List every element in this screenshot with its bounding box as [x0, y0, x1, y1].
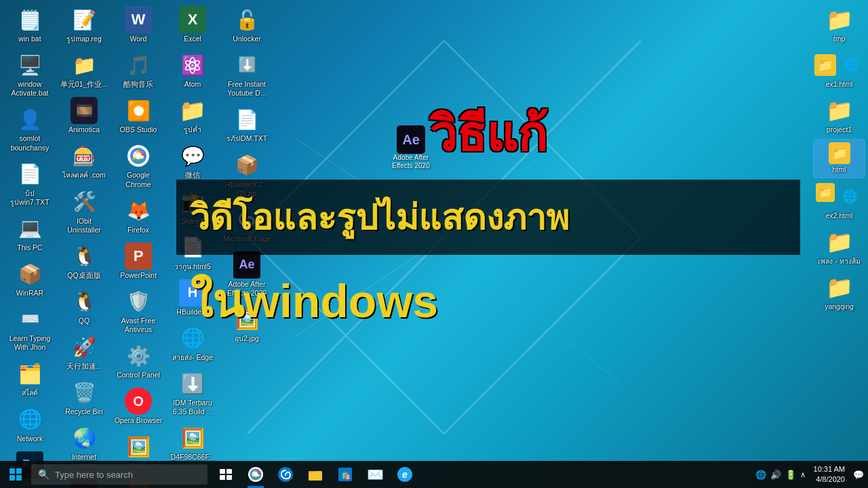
icon-excel[interactable]: X Excel: [167, 3, 218, 46]
icon-obs[interactable]: ⏺️ OBS Studio: [113, 94, 164, 137]
overlay-thai-text: วิดีโอและรูปไม่แสดงภาพ: [190, 189, 787, 245]
overlay-windows-text: ในwindows: [176, 260, 800, 342]
icon-html[interactable]: 📁 html: [814, 140, 865, 177]
taskbar-store[interactable]: 🛍️: [330, 461, 360, 488]
overlay-thai-box: วิดีโอและรูปไม่แสดงภาพ: [176, 180, 800, 255]
icon-animotica[interactable]: 🎞️ Animotica: [59, 94, 110, 137]
svg-rect-21: [226, 475, 232, 480]
overlay-container: วิธีแก้ วิดีโอและรูปไม่แสดงภาพ ในwindows: [176, 95, 800, 342]
taskbar-apps: 🛍️ ✉️ e: [211, 461, 751, 488]
taskbar-clock[interactable]: 10:31 AM 4/8/2020: [810, 464, 849, 485]
icon-free-instant[interactable]: ⬇️ Free Instant Youtube D...: [222, 49, 273, 100]
taskbar-mail[interactable]: ✉️: [360, 461, 390, 488]
icon-recycle-bin[interactable]: 🗑️ Recycle Bin: [59, 376, 110, 419]
taskbar-edge[interactable]: [271, 461, 300, 488]
right-icon-column: 📁 tmp 📁 🌐 ex1.html 📁 project1 📁 html 📁 🌐…: [814, 3, 865, 315]
icon-somlot[interactable]: 👤 somlot bounchansy: [5, 103, 56, 155]
taskbar-task-view[interactable]: [211, 461, 241, 488]
taskbar-network-icon[interactable]: 🌐: [755, 470, 766, 480]
icon-atom[interactable]: ⚛️ Atom: [167, 49, 218, 92]
icon-google-chrome[interactable]: Google Chrome: [113, 140, 164, 191]
icon-learn-typing[interactable]: ⌨️ Learn Typing With Jhon: [5, 303, 56, 354]
svg-rect-19: [226, 469, 232, 474]
overlay-red-title: วิธีแก้: [176, 95, 800, 173]
icon-ex1html[interactable]: 📁 🌐 ex1.html: [814, 49, 865, 92]
taskbar-show-hidden-icon[interactable]: ∧: [800, 470, 806, 479]
desktop-col-2: 📝 รูปmap.reg 📁 单元01_作业... 🎞️ Animotica 🎰…: [58, 3, 111, 488]
icon-qq[interactable]: 🐧 QQ: [59, 285, 110, 328]
svg-rect-26: [309, 471, 322, 481]
desktop-col-3: W Word 🎵 酷狗音乐 ⏺️ OBS Studio Google: [112, 3, 165, 488]
taskbar-explorer[interactable]: [300, 461, 330, 488]
svg-rect-14: [9, 468, 15, 474]
icon-rupmap[interactable]: 📝 รูปmap.reg: [59, 3, 110, 46]
icon-word[interactable]: W Word: [113, 3, 164, 46]
taskbar-right-area: 🌐 🔊 🔋 ∧ 10:31 AM 4/8/2020 💬: [751, 464, 868, 485]
svg-rect-15: [16, 468, 22, 474]
icon-win-bat[interactable]: 🗒️ win bat: [5, 3, 56, 46]
desktop-col-1: 🗒️ win bat 🖥️ window Activate.bat 👤 soml…: [3, 3, 56, 488]
icon-powerpoint[interactable]: P PowerPoint: [113, 240, 164, 283]
taskbar-search-box[interactable]: 🔍 Type here to search: [31, 464, 208, 485]
icon-unit01[interactable]: 📁 单元01_作业...: [59, 49, 110, 92]
taskbar-chrome[interactable]: [241, 461, 271, 488]
icon-this-pc[interactable]: 💻 This PC: [5, 212, 56, 255]
svg-text:e: e: [402, 469, 408, 480]
icon-unlocker[interactable]: 🔓 Unlocker: [222, 3, 273, 46]
icon-project1[interactable]: 📁 project1: [814, 94, 865, 137]
svg-rect-16: [9, 475, 15, 481]
svg-point-24: [254, 472, 258, 477]
taskbar-ie[interactable]: e: [390, 461, 420, 488]
icon-firefox[interactable]: 🦊 Firefox: [113, 195, 164, 237]
start-button[interactable]: [0, 461, 31, 488]
icon-ex2html[interactable]: 📁 🌐 ex2.html: [814, 180, 865, 223]
icon-bip[interactable]: 📄 บิป รูปwin7.TXT: [5, 158, 56, 209]
icon-d4f98c66f[interactable]: 🖼️ D4F98C66F...: [167, 422, 218, 464]
icon-iobit[interactable]: 🛠️ IObit Uninstaller: [59, 186, 110, 237]
icon-thailottery[interactable]: 🎰 ไหลดลค์ .com: [59, 140, 110, 182]
icon-yangqing[interactable]: 📁 yangqing: [814, 271, 865, 314]
icon-opera[interactable]: O Opera Browser: [113, 385, 164, 428]
icon-avast[interactable]: 🛡️ Avast Free Antivirus: [113, 285, 164, 337]
taskbar-battery-icon[interactable]: 🔋: [785, 470, 796, 480]
icon-kugou[interactable]: 🎵 酷狗音乐: [113, 49, 164, 92]
svg-rect-17: [16, 475, 22, 481]
icon-slides[interactable]: 🗂️ สไลด์: [5, 357, 56, 400]
search-icon: 🔍: [38, 469, 50, 480]
taskbar: 🔍 Type here to search: [0, 461, 868, 488]
icon-network[interactable]: 🌐 Network: [5, 403, 56, 446]
icon-tianhang[interactable]: 🚀 天行加速...: [59, 331, 110, 373]
taskbar-speaker-icon[interactable]: 🔊: [770, 470, 781, 480]
svg-point-12: [135, 152, 142, 159]
icon-window-activate[interactable]: 🖥️ window Activate.bat: [5, 49, 56, 100]
search-placeholder: Type here to search: [55, 470, 133, 480]
icon-tmp[interactable]: 📁 tmp: [814, 3, 865, 46]
icon-control-panel[interactable]: ⚙️ Control Panel: [113, 340, 164, 382]
svg-rect-20: [220, 475, 225, 480]
icon-qq-desktop[interactable]: 🐧 QQ桌面版: [59, 240, 110, 283]
icon-winrar[interactable]: 📦 WinRAR: [5, 258, 56, 300]
svg-rect-18: [220, 469, 225, 474]
icon-เพลง[interactable]: 📁 เพลง - ทางส้ม: [814, 226, 865, 268]
icon-idm2[interactable]: ⬇️ IDM Terbaru 6.35 Build ...: [167, 367, 218, 419]
taskbar-notification-icon[interactable]: 💬: [853, 470, 864, 480]
svg-text:🛍️: 🛍️: [340, 470, 351, 480]
